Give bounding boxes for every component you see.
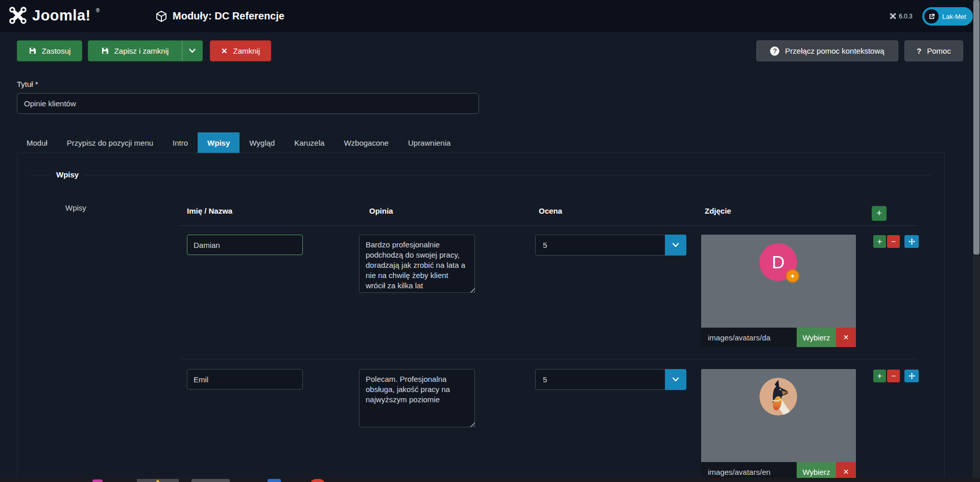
tab-wpisy[interactable]: Wpisy (198, 132, 240, 153)
question-circle-icon: ? (770, 47, 779, 56)
version-text: 6.0.3 (899, 13, 913, 20)
site-badge-label: Lak-Met (942, 13, 966, 20)
close-button[interactable]: ✕ Zamknij (210, 40, 271, 61)
toggle-context-help-button[interactable]: ? Przełącz pomoc kontekstową (756, 40, 898, 61)
taskbar-icon-star-app[interactable] (137, 479, 179, 482)
joomla-logo[interactable]: Joomla! ® (8, 6, 99, 25)
rating-value: 5 (536, 375, 665, 384)
insert-row-button[interactable]: + (873, 235, 886, 248)
close-x-icon: ✕ (843, 468, 849, 476)
taskbar-icon-red[interactable] (310, 479, 325, 482)
media-field: Wybierz ✕ (701, 328, 856, 347)
tab-wyglad[interactable]: Wygląd (240, 132, 284, 153)
apply-button[interactable]: Zastosuj (17, 40, 82, 61)
image-preview (701, 369, 856, 462)
plus-icon: + (876, 208, 882, 219)
fieldset-border (31, 175, 931, 175)
rating-dropdown-button[interactable] (665, 369, 686, 390)
top-header: Joomla! ® Moduły: DC Referencje 6.0.3 (0, 0, 980, 32)
question-icon: ? (917, 47, 921, 55)
scrollbar-thumb[interactable] (973, 0, 979, 255)
taskbar-icon-pink[interactable] (92, 479, 103, 482)
page-scrollbar[interactable] (973, 0, 980, 482)
avatar: D ✦ (759, 243, 797, 281)
fieldset-legend: Wpisy (51, 170, 84, 179)
opinion-textarea[interactable]: Polecam. Profesjonalna obsługa, jakość p… (359, 369, 475, 427)
minus-icon: − (891, 237, 896, 246)
joomla-version-icon (890, 13, 896, 19)
tab-przypisz-do-pozycji-menu[interactable]: Przypisz do pozycji menu (57, 132, 163, 153)
joomla-admin-module-edit: Joomla! ® Moduły: DC Referencje 6.0.3 (0, 0, 980, 482)
page-title: Moduły: DC Referencje (156, 0, 284, 32)
image-path-input[interactable] (701, 328, 797, 347)
column-header-name: Imię / Nazwa (187, 206, 232, 215)
save-icon (101, 47, 109, 55)
plus-icon: + (877, 372, 882, 381)
add-row-button[interactable]: + (872, 206, 887, 221)
save-close-button[interactable]: Zapisz i zamknij (88, 40, 182, 61)
logo-reg-mark: ® (96, 8, 100, 13)
tab-modul[interactable]: Moduł (17, 132, 57, 153)
column-header-rating: Ocena (539, 206, 562, 215)
move-row-button[interactable] (904, 370, 919, 382)
save-close-label: Zapisz i zamknij (114, 47, 169, 55)
logo-text: Joomla! (32, 7, 91, 24)
close-x-icon: ✕ (843, 333, 849, 341)
remove-row-button[interactable]: − (887, 235, 900, 248)
taskbar-sliver (0, 478, 980, 482)
site-preview-badge[interactable]: Lak-Met (922, 7, 973, 26)
tab-karuzela[interactable]: Karuzela (284, 132, 334, 153)
toggle-help-label: Przełącz pomoc kontekstową (785, 47, 884, 55)
chevron-down-icon (672, 243, 679, 247)
rating-dropdown-button[interactable] (665, 235, 686, 256)
header-divider (180, 225, 917, 226)
insert-row-button[interactable]: + (873, 370, 886, 382)
minus-icon: − (891, 372, 896, 381)
choose-image-button[interactable]: Wybierz (797, 328, 836, 347)
dog-avatar-image (759, 378, 797, 416)
page-title-text: Moduły: DC Referencje (173, 10, 284, 22)
tab-wzbogacone[interactable]: Wzbogacone (334, 132, 398, 153)
version-indicator: 6.0.3 (890, 0, 913, 32)
remove-row-button[interactable]: − (887, 370, 900, 382)
avatar-letter: D (772, 252, 784, 272)
save-options-dropdown[interactable] (182, 40, 203, 61)
title-label-text: Tytuł (17, 80, 33, 88)
cube-icon (156, 10, 167, 22)
external-link-icon (924, 9, 939, 24)
help-label: Pomoc (927, 47, 951, 55)
column-header-opinion: Opinia (369, 206, 393, 215)
rating-select[interactable]: 5 (535, 369, 686, 390)
chevron-down-icon (189, 49, 196, 53)
title-input[interactable] (17, 93, 479, 114)
save-icon (29, 47, 36, 55)
sparkle-badge-icon: ✦ (786, 269, 799, 283)
clear-image-button[interactable]: ✕ (836, 328, 856, 347)
required-mark: * (35, 80, 38, 88)
rating-select[interactable]: 5 (535, 235, 686, 256)
title-field-label: Tytuł * (17, 80, 38, 88)
tab-bar: Moduł Przypisz do pozycji menu Intro Wpi… (17, 132, 945, 153)
sparkle-glyph: ✦ (790, 272, 796, 280)
move-row-button[interactable] (904, 235, 919, 248)
row-divider (180, 359, 917, 359)
tab-intro[interactable]: Intro (163, 132, 198, 153)
name-input[interactable] (187, 235, 303, 255)
help-button[interactable]: ? Pomoc (904, 40, 963, 61)
move-icon (908, 372, 916, 380)
taskbar-icon-gray[interactable] (192, 479, 230, 482)
plus-icon: + (877, 237, 882, 246)
star-icon (153, 479, 162, 482)
apply-label: Zastosuj (42, 47, 71, 55)
rating-value: 5 (536, 241, 665, 249)
joomla-x-icon (8, 6, 28, 25)
column-header-photo: Zdjęcie (705, 206, 731, 215)
tab-uprawnienia[interactable]: Uprawnienia (398, 132, 460, 153)
subform-field-label: Wpisy (65, 203, 86, 212)
save-close-button-group: Zapisz i zamknij (88, 40, 203, 61)
move-icon (908, 238, 916, 245)
taskbar-icon-blue[interactable] (268, 479, 281, 482)
close-label: Zamknij (233, 47, 260, 55)
name-input[interactable] (187, 369, 303, 389)
opinion-textarea[interactable]: Bardzo profesjonalnie podchodzą do swoje… (359, 235, 475, 293)
